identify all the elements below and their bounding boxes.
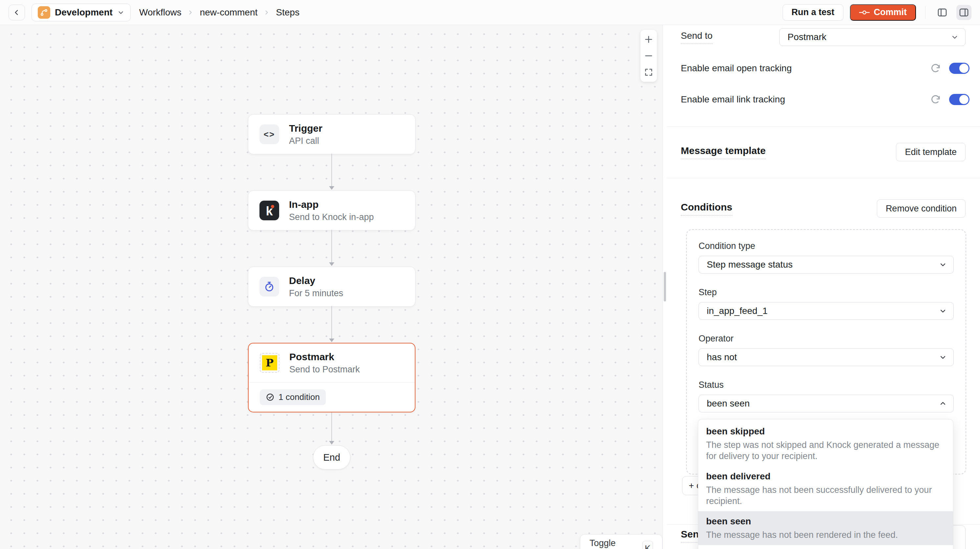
- commit-button[interactable]: Commit: [850, 4, 916, 21]
- panel-resize-handle[interactable]: [664, 272, 666, 301]
- step-label: Step: [698, 287, 954, 298]
- fit-view-button[interactable]: [640, 64, 657, 80]
- section-divider: [667, 178, 980, 178]
- operator-select[interactable]: has not: [698, 348, 954, 366]
- breadcrumb-workflow-name[interactable]: new-comment: [200, 7, 258, 18]
- toggle-controls-label: Toggle controls: [590, 538, 635, 549]
- node-in-app[interactable]: k In-app Send to Knock in-app: [248, 191, 415, 231]
- node-title: Delay: [289, 275, 343, 286]
- topbar-divider: [925, 6, 926, 19]
- knock-logo-icon: k: [259, 201, 279, 220]
- fit-view-icon: [644, 68, 653, 77]
- workflow-canvas[interactable]: <> Trigger API call k In-app Send to Kno…: [0, 25, 663, 549]
- zoom-out-button[interactable]: [640, 48, 657, 64]
- edit-template-button[interactable]: Edit template: [896, 143, 966, 161]
- panel-left-icon: [937, 7, 948, 18]
- node-subtitle: Send to Postmark: [290, 364, 360, 375]
- chevron-left-icon: [13, 8, 21, 17]
- chevron-down-icon: [939, 353, 947, 361]
- node-title: In-app: [289, 199, 374, 210]
- option-title: been skipped: [706, 426, 945, 437]
- chevron-right-icon: [263, 9, 270, 16]
- postmark-logo-icon: P: [260, 353, 280, 373]
- conditions-heading: Conditions: [681, 202, 732, 216]
- end-label: End: [323, 452, 340, 463]
- toggle-right-panel-button[interactable]: [956, 5, 972, 20]
- chevron-down-icon: [117, 9, 124, 16]
- panel-resize-gutter: [663, 25, 667, 549]
- send-to-value: Postmark: [788, 32, 826, 42]
- refresh-icon[interactable]: [930, 94, 941, 105]
- status-value: been seen: [707, 398, 750, 409]
- status-option-been-seen[interactable]: been seen The message has not been rende…: [698, 511, 953, 545]
- breadcrumb-workflows[interactable]: Workflows: [139, 7, 181, 18]
- status-option-been-skipped[interactable]: been skipped The step was not skipped an…: [698, 421, 953, 466]
- breadcrumb: Workflows new-comment Steps: [139, 7, 299, 18]
- option-description: The message has not been rendered in the…: [706, 529, 945, 541]
- chevron-up-icon: [939, 399, 947, 407]
- condition-count-label: 1 condition: [278, 392, 320, 402]
- status-option-been-read[interactable]: been read: [698, 545, 953, 549]
- status-combobox[interactable]: been seen: [698, 395, 954, 412]
- zoom-in-button[interactable]: [640, 31, 657, 48]
- send-to-label: Send to: [681, 30, 713, 44]
- plus-icon: [644, 35, 653, 44]
- email-link-tracking-label: Enable email link tracking: [681, 94, 785, 105]
- code-icon: <>: [259, 124, 279, 144]
- breadcrumb-steps[interactable]: Steps: [276, 7, 299, 18]
- condition-type-label: Condition type: [698, 241, 954, 251]
- environment-switcher[interactable]: Development: [32, 3, 131, 21]
- keyboard-shortcut-badge: K: [643, 541, 653, 549]
- toggle-controls-hint[interactable]: Toggle controls K: [580, 534, 662, 549]
- section-divider: [667, 126, 980, 127]
- node-title: Trigger: [289, 123, 323, 134]
- chevron-down-icon: [939, 261, 947, 269]
- node-trigger[interactable]: <> Trigger API call: [248, 114, 415, 154]
- edge-connector: [331, 306, 332, 339]
- step-settings-panel: Send to Postmark Enable email open track…: [667, 25, 980, 549]
- node-end[interactable]: End: [313, 445, 350, 469]
- step-value: in_app_feed_1: [707, 306, 767, 316]
- panel-right-icon: [958, 7, 969, 18]
- edge-connector: [331, 154, 332, 186]
- check-circle-icon: [266, 393, 275, 401]
- chevron-right-icon: [187, 9, 194, 16]
- email-open-tracking-toggle[interactable]: [949, 63, 969, 74]
- minus-icon: [644, 51, 653, 60]
- send-to-select[interactable]: Postmark: [780, 28, 966, 46]
- option-description: The step was not skipped and Knock gener…: [706, 439, 945, 461]
- option-title: been seen: [706, 516, 945, 527]
- toggle-left-panel-button[interactable]: [935, 5, 950, 20]
- refresh-icon[interactable]: [930, 63, 941, 74]
- condition-type-select[interactable]: Step message status: [698, 256, 954, 274]
- option-title: been delivered: [706, 471, 945, 482]
- chevron-down-icon: [951, 33, 959, 41]
- remove-condition-button[interactable]: Remove condition: [877, 199, 966, 218]
- environment-label: Development: [55, 7, 113, 18]
- node-title: Postmark: [290, 351, 360, 363]
- run-a-test-button[interactable]: Run a test: [783, 4, 843, 21]
- commit-icon: [859, 10, 870, 16]
- node-subtitle: Send to Knock in-app: [289, 212, 374, 222]
- node-subtitle: For 5 minutes: [289, 288, 343, 299]
- node-postmark[interactable]: P Postmark Send to Postmark 1 condition: [248, 343, 415, 412]
- email-link-tracking-toggle[interactable]: [949, 94, 969, 105]
- stopwatch-icon: [259, 277, 279, 296]
- status-option-been-delivered[interactable]: been delivered The message has not been …: [698, 466, 953, 511]
- edge-connector: [331, 230, 332, 263]
- commit-label: Commit: [874, 7, 907, 18]
- condition-count-badge: 1 condition: [260, 390, 326, 405]
- option-description: The message has not been successfully de…: [706, 484, 945, 507]
- edge-connector: [331, 412, 332, 441]
- status-label: Status: [698, 380, 954, 390]
- node-subtitle: API call: [289, 136, 323, 146]
- step-select[interactable]: in_app_feed_1: [698, 302, 954, 320]
- message-template-heading: Message template: [681, 145, 765, 159]
- top-bar: Development Workflows new-comment Steps …: [0, 0, 980, 25]
- canvas-zoom-controls: [640, 30, 657, 82]
- operator-label: Operator: [698, 334, 954, 344]
- back-button[interactable]: [8, 5, 25, 21]
- email-open-tracking-label: Enable email open tracking: [681, 63, 792, 73]
- chevron-down-icon: [939, 307, 947, 315]
- node-delay[interactable]: Delay For 5 minutes: [248, 267, 415, 307]
